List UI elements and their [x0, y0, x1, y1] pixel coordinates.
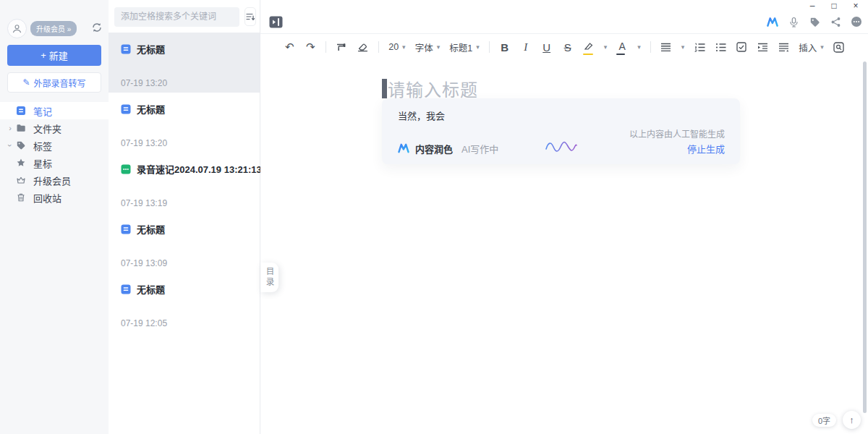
font-size-value: 20 — [388, 42, 399, 52]
chevron-right-icon[interactable]: › — [6, 124, 14, 132]
undo-icon[interactable]: ↶ — [284, 39, 295, 55]
note-icon — [16, 106, 27, 116]
ai-generated-text: 当然，我会 — [398, 109, 445, 122]
redo-icon[interactable]: ↷ — [305, 39, 316, 55]
underline-button[interactable]: U — [541, 39, 553, 55]
insert-dropdown[interactable]: 插入 ▾ — [799, 41, 824, 54]
folder-icon — [16, 123, 27, 134]
format-toolbar: ↶ ↷ 20 ▾ 字体 ▾ 标题1 ▾ B I U S ▾ — [260, 35, 868, 59]
font-size-dropdown[interactable]: 20 ▾ — [388, 42, 405, 52]
toc-tab[interactable]: 目录 — [260, 263, 278, 292]
more-icon[interactable] — [851, 16, 862, 27]
sidebar-item-tags[interactable]: › 标签 — [0, 137, 109, 154]
star-icon — [16, 158, 27, 169]
eraser-icon[interactable] — [357, 39, 369, 55]
ai-assistant-icon[interactable] — [767, 16, 778, 27]
bold-button[interactable]: B — [499, 39, 511, 55]
font-color-dropdown[interactable]: ▾ — [637, 43, 641, 51]
note-list-item[interactable]: 无标题 07-19 12:05 — [109, 273, 260, 333]
sidebar-item-trash[interactable]: 回收站 — [0, 189, 109, 206]
header-icon-row — [767, 16, 862, 27]
note-list-item[interactable]: 无标题 07-19 13:20 — [109, 33, 260, 93]
sidebar-menu: 笔记 › 文件夹 › 标签 星标 升级会员 回收站 — [0, 102, 109, 206]
title-input[interactable]: 请输入标题 — [382, 76, 478, 101]
chevron-down-icon: ▾ — [402, 43, 406, 51]
sidebar-item-label: 回收站 — [33, 191, 61, 205]
find-in-doc-icon[interactable] — [833, 39, 845, 55]
note-list-item[interactable]: 录音速记2024.07.19 13:21:13 07-19 13:19 — [109, 153, 260, 213]
ai-logo-icon — [398, 143, 409, 153]
doc-note-icon — [121, 44, 131, 54]
ai-status-label: AI写作中 — [461, 142, 498, 156]
sidebar-item-label: 标签 — [33, 139, 52, 153]
up-arrow-icon: ↑ — [849, 414, 854, 425]
chevron-down-icon: ▾ — [604, 43, 608, 51]
external-transcribe-button[interactable]: ✎ 外部录音转写 — [7, 72, 101, 93]
share-icon[interactable] — [830, 16, 841, 27]
font-family-value: 字体 — [415, 41, 433, 54]
chevron-down-icon: ▾ — [476, 43, 480, 51]
close-button[interactable]: × — [848, 0, 864, 12]
editor-body[interactable]: 请输入标题 当然，我会 以上内容由人工智能生成 内容润色 AI写作中 停止生成 … — [260, 59, 868, 434]
chevron-down-icon[interactable]: › — [6, 141, 14, 150]
word-count-badge: 0字 — [812, 414, 836, 427]
upgrade-vip-badge[interactable]: 升级会员 » — [30, 21, 77, 36]
ordered-list-icon[interactable] — [694, 39, 705, 55]
heading-dropdown[interactable]: 标题1 ▾ — [449, 41, 479, 54]
highlight-pen-icon[interactable] — [583, 39, 595, 55]
user-row: 升级会员 » — [7, 17, 103, 39]
editor-panel: – □ × ↶ ↷ — [260, 0, 868, 434]
sidebar-item-starred[interactable]: 星标 — [0, 154, 109, 171]
bullet-list-icon[interactable] — [715, 39, 726, 55]
note-title: 无标题 — [137, 222, 165, 236]
note-list-item[interactable]: 无标题 07-19 13:20 — [109, 93, 260, 153]
align-icon[interactable] — [660, 39, 672, 55]
note-title: 录音速记2024.07.19 13:21:13 — [137, 162, 262, 176]
sidebar-item-label: 星标 — [33, 156, 52, 170]
line-spacing-icon[interactable] — [778, 39, 789, 55]
window-controls: – □ × — [804, 0, 864, 12]
chevron-down-icon: ▾ — [681, 43, 685, 51]
tag-icon[interactable] — [809, 16, 820, 27]
avatar[interactable] — [7, 19, 27, 38]
new-note-button[interactable]: + 新建 — [7, 45, 101, 66]
transcribe-label: 外部录音转写 — [34, 77, 86, 89]
align-dropdown[interactable]: ▾ — [681, 43, 685, 51]
sidebar-item-notes[interactable]: 笔记 — [0, 102, 109, 119]
doc-note-icon — [121, 104, 131, 114]
editor-header — [260, 0, 868, 34]
checkbox-icon[interactable] — [736, 39, 747, 55]
note-date: 07-19 13:20 — [121, 138, 247, 148]
indent-icon[interactable] — [757, 39, 768, 55]
refresh-icon[interactable] — [91, 22, 103, 35]
note-list-panel: 无标题 07-19 13:20 无标题 07-19 13:20 录音速记2024… — [109, 0, 260, 434]
format-painter-icon[interactable] — [336, 39, 347, 55]
highlight-color-dropdown[interactable]: ▾ — [604, 43, 608, 51]
microphone-icon[interactable] — [788, 16, 799, 27]
text-cursor — [382, 79, 387, 98]
sort-icon[interactable] — [244, 7, 256, 26]
font-color-button[interactable]: A — [616, 39, 628, 55]
stop-generating-link[interactable]: 停止生成 — [687, 142, 725, 156]
sidebar-item-folders[interactable]: › 文件夹 — [0, 119, 109, 137]
chevron-down-icon: ▾ — [437, 43, 441, 51]
font-family-dropdown[interactable]: 字体 ▾ — [415, 41, 441, 54]
toc-label: 目录 — [264, 267, 276, 288]
note-date: 07-19 13:09 — [121, 258, 247, 268]
collapse-sidebar-icon[interactable] — [268, 14, 284, 29]
ai-disclaimer: 以上内容由人工智能生成 — [629, 127, 725, 140]
minimize-button[interactable]: – — [804, 0, 820, 12]
sidebar-item-upgrade[interactable]: 升级会员 — [0, 171, 109, 189]
scroll-to-top-button[interactable]: ↑ — [843, 411, 861, 429]
strikethrough-button[interactable]: S — [562, 39, 574, 55]
maximize-button[interactable]: □ — [826, 0, 842, 12]
search-input[interactable] — [114, 7, 239, 27]
scrollbar-thumb[interactable] — [863, 61, 867, 413]
italic-button[interactable]: I — [520, 39, 532, 55]
note-list-item[interactable]: 无标题 07-19 13:09 — [109, 213, 260, 273]
doc-note-icon — [121, 224, 131, 234]
ai-feature-label: 内容润色 — [415, 142, 453, 156]
plus-icon: + — [41, 50, 46, 61]
note-date: 07-19 13:20 — [121, 78, 247, 88]
sidebar-item-label: 升级会员 — [33, 174, 71, 187]
